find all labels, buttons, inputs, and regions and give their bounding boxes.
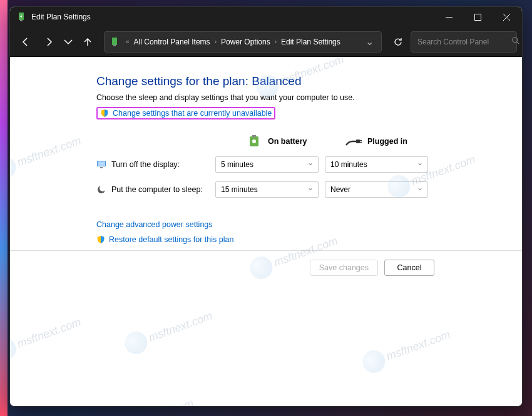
plug-icon: [345, 135, 362, 148]
sleep-label: Put the computer to sleep:: [96, 185, 209, 195]
svg-rect-4: [113, 45, 116, 46]
advanced-power-settings-link[interactable]: Change advanced power settings: [96, 220, 522, 229]
close-button[interactable]: [492, 7, 521, 27]
up-button[interactable]: [77, 31, 98, 53]
breadcrumb-edit-plan[interactable]: Edit Plan Settings: [279, 36, 342, 48]
save-button[interactable]: Save changes: [310, 260, 378, 276]
breadcrumb-prefix: «: [126, 38, 130, 45]
maximize-button[interactable]: [463, 7, 492, 27]
svg-point-5: [513, 37, 518, 42]
power-options-icon: [16, 12, 26, 22]
search-input[interactable]: [417, 38, 511, 46]
control-panel-icon: [110, 37, 120, 47]
content-area: Change settings for the plan: Balanced C…: [10, 57, 522, 406]
cancel-button[interactable]: Cancel: [384, 260, 434, 276]
forward-button[interactable]: [38, 31, 59, 53]
page-description: Choose the sleep and display settings th…: [96, 93, 522, 102]
change-unavailable-settings-link[interactable]: Change settings that are currently unava…: [96, 107, 275, 119]
svg-rect-1: [20, 20, 23, 21]
turn-off-display-label: Turn off the display:: [96, 160, 209, 170]
search-icon: [511, 36, 520, 48]
titlebar: Edit Plan Settings: [10, 7, 522, 27]
recent-locations-button[interactable]: [61, 31, 75, 53]
svg-point-14: [100, 185, 106, 191]
svg-rect-7: [252, 135, 256, 137]
svg-point-8: [252, 140, 256, 143]
shield-icon: [100, 109, 109, 118]
svg-rect-9: [356, 140, 360, 143]
svg-rect-3: [112, 38, 117, 45]
refresh-button[interactable]: [387, 31, 409, 53]
display-icon: [96, 160, 106, 170]
svg-rect-12: [100, 167, 103, 168]
chevron-right-icon: ›: [215, 38, 217, 45]
svg-rect-2: [474, 14, 481, 20]
action-buttons: Save changes Cancel: [10, 250, 522, 285]
svg-rect-11: [98, 161, 105, 166]
breadcrumb-all-items[interactable]: All Control Panel Items: [132, 36, 212, 48]
restore-defaults-link[interactable]: Restore default settings for this plan: [96, 235, 522, 244]
shield-icon: [96, 235, 105, 244]
battery-icon: [245, 135, 263, 148]
address-bar[interactable]: « All Control Panel Items › Power Option…: [104, 31, 382, 53]
display-plugged-select[interactable]: 10 minutes: [325, 156, 428, 173]
chevron-right-icon: ›: [275, 38, 277, 45]
moon-icon: [96, 185, 106, 195]
window-title: Edit Plan Settings: [31, 13, 434, 21]
on-battery-header: On battery: [215, 135, 319, 148]
plugged-in-header: Plugged in: [325, 135, 428, 148]
minimize-button[interactable]: [434, 7, 463, 27]
page-title: Change settings for the plan: Balanced: [96, 74, 522, 88]
uac-link-label: Change settings that are currently unava…: [113, 109, 272, 118]
breadcrumb-power-options[interactable]: Power Options: [219, 36, 272, 48]
display-battery-select[interactable]: 5 minutes: [215, 156, 319, 173]
sleep-plugged-select[interactable]: Never: [325, 181, 428, 198]
sleep-battery-select[interactable]: 15 minutes: [215, 181, 319, 198]
back-button[interactable]: [15, 31, 36, 53]
navigation-bar: « All Control Panel Items › Power Option…: [10, 27, 522, 57]
search-box[interactable]: [411, 31, 517, 53]
address-dropdown-icon[interactable]: ⌄: [363, 33, 376, 50]
app-window: Edit Plan Settings « All Control Panel I…: [9, 6, 523, 407]
